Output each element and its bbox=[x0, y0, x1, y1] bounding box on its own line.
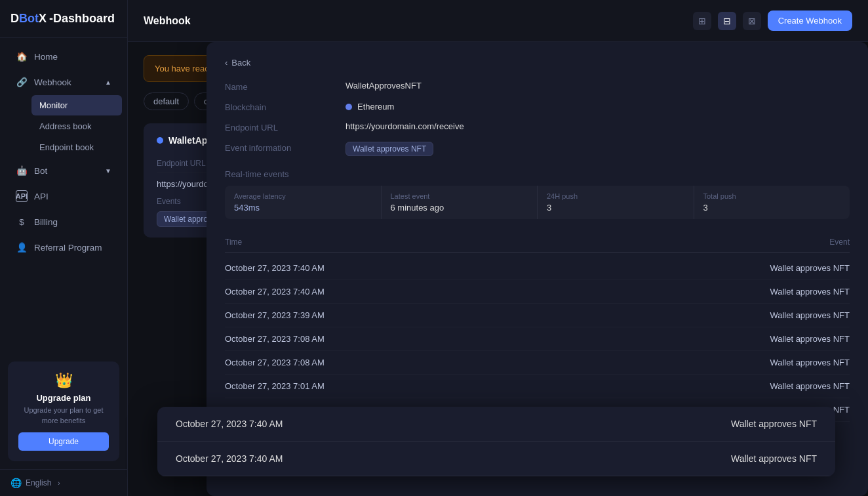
upgrade-desc: Upgrade your plan to get more benefits bbox=[18, 405, 109, 426]
upgrade-button[interactable]: Upgrade bbox=[18, 432, 109, 451]
page-title: Webhook bbox=[144, 15, 191, 27]
chevron-up-icon: ▲ bbox=[105, 79, 111, 86]
stat-latest-event-label: Latest event bbox=[391, 192, 528, 200]
back-label: Back bbox=[231, 58, 250, 68]
logo-suffix: -Dashboard bbox=[49, 12, 115, 26]
endpoint-book-label: Endpoint book bbox=[39, 142, 94, 152]
row-time: October 27, 2023 7:08 AM bbox=[225, 334, 325, 344]
ethereum-dot bbox=[345, 104, 352, 110]
detail-fields: Name WalletApprovesNFT Blockchain Ethere… bbox=[225, 81, 850, 156]
stat-avg-latency: Average latency 543ms bbox=[225, 186, 382, 219]
stat-24h-push: 24H push 3 bbox=[538, 186, 694, 219]
row-time: October 27, 2023 7:01 AM bbox=[225, 381, 325, 391]
endpoint-value: https://yourdomain.com/receive bbox=[345, 121, 850, 133]
back-button[interactable]: ‹ Back bbox=[225, 58, 850, 68]
sidebar-item-label: Home bbox=[34, 52, 58, 62]
blockchain-label: Blockchain bbox=[225, 101, 330, 112]
time-col-header: Time bbox=[225, 238, 242, 247]
sidebar-item-billing[interactable]: $ Billing bbox=[5, 209, 122, 234]
row-time: October 27, 2023 7:40 AM bbox=[225, 263, 325, 273]
topbar: Webhook ⊞ ⊟ ⊠ Create Webhook bbox=[128, 0, 868, 42]
expanded-time-2: October 27, 2023 7:40 AM bbox=[176, 453, 283, 464]
billing-icon: $ bbox=[16, 216, 28, 228]
webhook-status-dot bbox=[157, 137, 163, 144]
sidebar-item-webhook[interactable]: 🔗 Webhook ▲ bbox=[5, 70, 122, 94]
row-time: October 27, 2023 7:08 AM bbox=[225, 358, 325, 367]
event-info-tag: Wallet approves NFT bbox=[345, 142, 433, 156]
webhook-icon: 🔗 bbox=[16, 76, 28, 88]
webhook-submenu: Monitor Address book Endpoint book bbox=[0, 95, 127, 157]
stat-latest-event-value: 6 minutes ago bbox=[391, 203, 528, 213]
name-label: Name bbox=[225, 81, 330, 92]
row-event: Wallet approves NFT bbox=[770, 334, 850, 344]
sidebar-item-endpoint-book[interactable]: Endpoint book bbox=[31, 137, 122, 157]
upgrade-plan-box: 👑 Upgrade plan Upgrade your plan to get … bbox=[8, 362, 119, 461]
event-info-label: Event information bbox=[225, 142, 330, 156]
stat-24h-label: 24H push bbox=[547, 192, 684, 200]
logo: DBotX -Dashboard bbox=[0, 0, 127, 38]
sidebar-item-api[interactable]: API API bbox=[5, 184, 122, 209]
chevron-right-icon: › bbox=[58, 480, 60, 487]
topbar-actions: ⊞ ⊟ ⊠ Create Webhook bbox=[693, 10, 852, 31]
nav-section: 🏠 Home 🔗 Webhook ▲ Monitor Address book … bbox=[0, 38, 127, 354]
upgrade-title: Upgrade plan bbox=[18, 393, 109, 403]
expanded-row-2[interactable]: October 27, 2023 7:40 AM Wallet approves… bbox=[157, 442, 835, 476]
row-event: Wallet approves NFT bbox=[770, 263, 850, 273]
table-row[interactable]: October 27, 2023 7:08 AM Wallet approves… bbox=[225, 327, 850, 351]
stat-total-push: Total push 3 bbox=[694, 186, 850, 219]
sidebar-item-monitor[interactable]: Monitor bbox=[31, 95, 122, 115]
table-row[interactable]: October 27, 2023 7:40 AM Wallet approves… bbox=[225, 280, 850, 304]
view-grid-2-button[interactable]: ⊟ bbox=[718, 12, 736, 30]
sidebar-item-address-book[interactable]: Address book bbox=[31, 116, 122, 136]
globe-icon: 🌐 bbox=[10, 478, 22, 488]
expanded-row-1[interactable]: October 27, 2023 7:40 AM Wallet approves… bbox=[157, 407, 835, 442]
row-event: Wallet approves NFT bbox=[770, 287, 850, 297]
table-row[interactable]: October 27, 2023 7:39 AM Wallet approves… bbox=[225, 304, 850, 327]
sidebar: DBotX -Dashboard 🏠 Home 🔗 Webhook ▲ Moni… bbox=[0, 0, 128, 496]
crown-icon: 👑 bbox=[18, 372, 109, 389]
name-value: WalletApprovesNFT bbox=[345, 81, 850, 92]
table-row[interactable]: October 27, 2023 7:40 AM Wallet approves… bbox=[225, 257, 850, 280]
address-book-label: Address book bbox=[39, 121, 92, 131]
blockchain-text: Ethereum bbox=[357, 102, 394, 112]
table-row[interactable]: October 27, 2023 7:08 AM Wallet approves… bbox=[225, 351, 850, 375]
tab-default[interactable]: default bbox=[144, 93, 189, 110]
expanded-event-1: Wallet approves NFT bbox=[731, 419, 817, 429]
endpoint-label: Endpoint URL bbox=[225, 121, 330, 133]
blockchain-value: Ethereum bbox=[345, 101, 850, 112]
referral-label: Referral Program bbox=[34, 243, 102, 253]
sidebar-item-referral[interactable]: 👤 Referral Program bbox=[5, 235, 122, 260]
stat-total-value: 3 bbox=[703, 203, 841, 213]
expanded-time-1: October 27, 2023 7:40 AM bbox=[176, 419, 283, 429]
chevron-down-icon: ▼ bbox=[105, 167, 111, 175]
tab-default-label: default bbox=[153, 96, 179, 106]
referral-icon: 👤 bbox=[16, 241, 28, 253]
logo-text: DBotX bbox=[10, 12, 47, 26]
expanded-event-2: Wallet approves NFT bbox=[731, 453, 817, 464]
language-label: English bbox=[26, 478, 51, 487]
rt-events-label: Real-time events bbox=[225, 169, 850, 179]
billing-label: Billing bbox=[34, 217, 58, 227]
event-col-header: Event bbox=[829, 238, 850, 247]
row-time: October 27, 2023 7:40 AM bbox=[225, 287, 325, 297]
view-grid-1-button[interactable]: ⊞ bbox=[693, 12, 711, 30]
table-row[interactable]: October 27, 2023 7:01 AM Wallet approves… bbox=[225, 375, 850, 398]
sidebar-item-label: Webhook bbox=[34, 77, 71, 87]
sidebar-item-home[interactable]: 🏠 Home bbox=[5, 44, 122, 69]
stat-total-label: Total push bbox=[703, 192, 841, 200]
create-webhook-button[interactable]: Create Webhook bbox=[768, 10, 852, 31]
row-time: October 27, 2023 7:39 AM bbox=[225, 310, 325, 320]
row-event: Wallet approves NFT bbox=[770, 310, 850, 320]
events-table: Time Event October 27, 2023 7:40 AM Wall… bbox=[225, 232, 850, 422]
events-table-header: Time Event bbox=[225, 232, 850, 253]
language-selector[interactable]: 🌐 English › bbox=[0, 469, 127, 496]
sidebar-item-bot[interactable]: 🤖 Bot ▼ bbox=[5, 158, 122, 183]
home-icon: 🏠 bbox=[16, 51, 28, 62]
stat-latest-event: Latest event 6 minutes ago bbox=[382, 186, 538, 219]
row-event: Wallet approves NFT bbox=[770, 358, 850, 367]
rt-stats-bar: Average latency 543ms Latest event 6 min… bbox=[225, 186, 850, 219]
event-info-value: Wallet approves NFT bbox=[345, 142, 850, 156]
row-event: Wallet approves NFT bbox=[770, 381, 850, 391]
view-grid-3-button[interactable]: ⊠ bbox=[743, 12, 761, 30]
api-label: API bbox=[34, 192, 49, 201]
